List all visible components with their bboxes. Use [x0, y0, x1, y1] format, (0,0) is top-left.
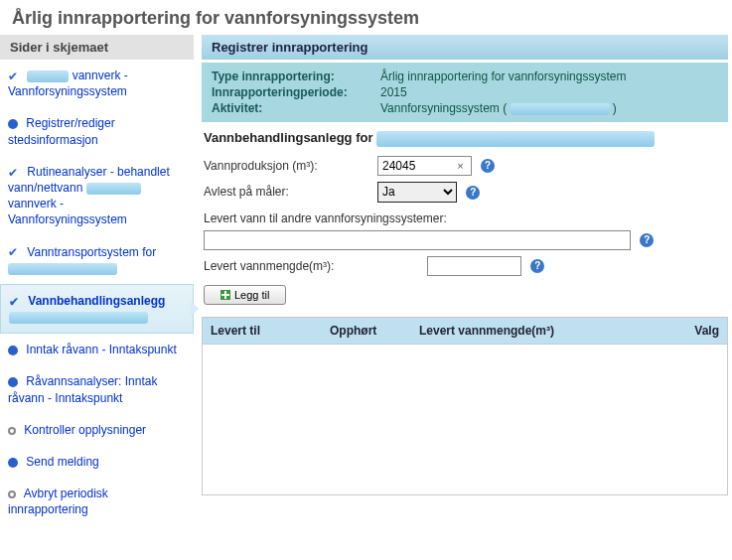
info-activity-label: Aktivitet: [212, 101, 380, 115]
hollow-bullet-icon [8, 490, 16, 498]
bullet-icon [8, 377, 18, 387]
delivered-amount-input[interactable] [427, 256, 521, 276]
redacted-text [27, 70, 69, 82]
add-button[interactable]: Legg til [204, 285, 286, 305]
meter-select[interactable]: Ja [377, 182, 457, 203]
sidebar-item-kontroller[interactable]: Kontroller opplysninger [0, 414, 194, 446]
clear-icon[interactable]: × [457, 160, 463, 172]
table-header-row: Levert til Opphørt Levert vannmengde(m³)… [203, 318, 727, 345]
info-period-value: 2015 [380, 85, 718, 99]
info-type-value: Årlig innrapportering for vannforsynings… [380, 70, 718, 83]
redacted-text [511, 103, 610, 115]
col-levert-til: Levert til [211, 324, 330, 338]
sidebar-item-label: Send melding [26, 455, 98, 469]
sidebar-item-label-suffix: vannverk - Vannforsyningssystem [8, 197, 127, 226]
redacted-text [376, 131, 655, 147]
main-header: Registrer innrapportering [202, 35, 728, 60]
sidebar-item-vannbehandling[interactable]: Vannbehandlingsanlegg [0, 284, 194, 334]
main-content: Registrer innrapportering Type innrappor… [194, 35, 732, 526]
sidebar-item-vannverk[interactable]: vannverk - Vannforsyningssystem [0, 60, 194, 107]
redacted-text [8, 263, 117, 275]
info-box: Type innrapportering: Årlig innrapporter… [202, 63, 728, 122]
bullet-icon [8, 119, 18, 129]
sidebar: Sider i skjemaet vannverk - Vannforsynin… [0, 35, 194, 526]
sidebar-item-raavann[interactable]: Råvannsanalyser: Inntak råvann - Inntaks… [0, 365, 194, 413]
sidebar-item-send-melding[interactable]: Send melding [0, 446, 194, 478]
sidebar-header: Sider i skjemaet [0, 35, 194, 60]
sidebar-item-avbryt[interactable]: Avbryt periodisk innrapportering [0, 478, 194, 525]
sidebar-item-label: Kontroller opplysninger [24, 423, 146, 437]
plus-icon [220, 290, 230, 300]
delivery-table: Levert til Opphørt Levert vannmengde(m³)… [202, 317, 728, 495]
delivered-other-label: Levert vann til andre vannforsyningssyst… [202, 206, 728, 227]
check-icon [8, 167, 20, 179]
info-activity-value: Vannforsyningssystem ( ) [380, 101, 718, 115]
help-icon[interactable]: ? [640, 233, 654, 247]
production-label: Vannproduksjon (m³): [204, 159, 377, 173]
col-opphort: Opphørt [330, 324, 419, 338]
sidebar-item-label: Vanntransportsystem for [27, 245, 156, 259]
sidebar-item-rutineanalyser[interactable]: Rutineanalyser - behandlet vann/nettvann… [0, 156, 194, 236]
help-icon[interactable]: ? [481, 159, 495, 173]
meter-label: Avlest på måler: [204, 185, 377, 199]
sidebar-item-inntak[interactable]: Inntak råvann - Inntakspunkt [0, 334, 194, 365]
help-icon[interactable]: ? [530, 259, 544, 273]
info-type-label: Type innrapportering: [212, 70, 380, 83]
col-valg: Valg [659, 324, 719, 338]
check-icon [9, 296, 21, 308]
add-button-label: Legg til [234, 289, 269, 301]
col-vannmengde: Levert vannmengde(m³) [419, 324, 659, 338]
sidebar-item-vanntransport[interactable]: Vanntransportsystem for [0, 236, 194, 284]
delivered-other-input[interactable] [204, 230, 631, 250]
sidebar-item-label: Avbryt periodisk innrapportering [8, 487, 108, 516]
redacted-text [9, 312, 148, 324]
sidebar-item-label: Vannbehandlingsanlegg [28, 294, 165, 308]
section-title: Vannbehandlingsanlegg for [202, 122, 728, 153]
check-icon [8, 246, 20, 258]
sidebar-item-register-sted[interactable]: Registrer/rediger stedsinformasjon [0, 107, 194, 155]
bullet-icon [8, 458, 18, 468]
delivered-amount-label: Levert vannmengde(m³): [204, 259, 427, 273]
bullet-icon [8, 346, 18, 355]
check-icon [8, 70, 20, 82]
sidebar-item-label: Registrer/rediger stedsinformasjon [8, 116, 115, 146]
info-period-label: Innrapporteringperiode: [212, 85, 380, 99]
hollow-bullet-icon [8, 427, 16, 435]
page-title: Årlig innrapportering for vannforsynings… [0, 0, 732, 35]
sidebar-item-label: Inntak råvann - Inntakspunkt [26, 343, 176, 356]
redacted-text [86, 183, 141, 195]
sidebar-item-label: vannverk - Vannforsyningssystem [8, 69, 128, 98]
help-icon[interactable]: ? [466, 186, 480, 200]
sidebar-item-label: Råvannsanalyser: Inntak råvann - Inntaks… [8, 374, 157, 404]
